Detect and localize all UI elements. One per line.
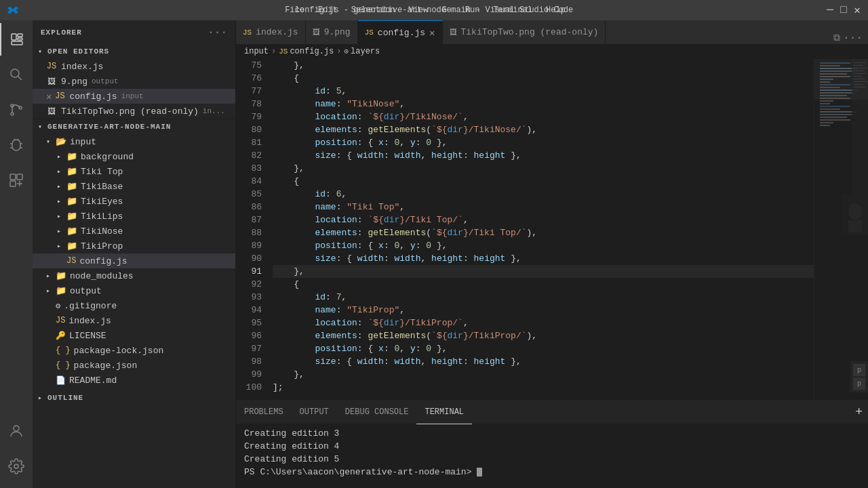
tree-folder-tikibase[interactable]: ▸ 📁 TikiBase [33, 179, 235, 194]
titlebar-left [7, 4, 19, 16]
file-close-icon[interactable]: ✕ [46, 91, 52, 102]
tree-folder-background[interactable]: ▸ 📁 background [33, 149, 235, 164]
file-no-arrow: ▸ [46, 331, 56, 340]
maximize-button[interactable]: □ [840, 6, 848, 14]
tree-file-index-js[interactable]: ▸ JS index.js [33, 313, 235, 328]
activity-bar-bottom [0, 415, 33, 488]
minimap [814, 59, 868, 400]
breadcrumb-config-js[interactable]: JSconfig.js [279, 47, 334, 56]
folder-arrow-input: ▾ [46, 138, 56, 146]
tree-label-config-js: config.js [79, 256, 127, 266]
tree-folder-tikilips[interactable]: ▸ 📁 TikiLips [33, 209, 235, 224]
tree-file-package-lock[interactable]: ▸ { } package-lock.json [33, 343, 235, 358]
project-header[interactable]: ▾ GENERATIVE-ART-NODE-MAIN [33, 119, 235, 134]
tree-file-readme[interactable]: ▸ 📄 README.md [33, 373, 235, 388]
titlebar-title: config.js - generative-art-node-main - V… [295, 5, 573, 15]
open-file-9-png[interactable]: 🖼 9.png output [33, 74, 235, 89]
folder-icon: 📁 [66, 181, 77, 192]
new-terminal-button[interactable]: + [855, 405, 863, 419]
svg-rect-47 [854, 81, 867, 82]
terminal-panel-icon-2[interactable]: p [853, 378, 865, 390]
panel-tab-debug-console[interactable]: DEBUG CONSOLE [337, 401, 417, 424]
tree-folder-tikinose[interactable]: ▸ 📁 TikiNose [33, 224, 235, 239]
tree-file-config-js[interactable]: ▸ JS config.js [33, 253, 235, 268]
activity-debug[interactable] [0, 129, 33, 161]
tree-label-gitignore: .gitignore [64, 301, 117, 311]
code-line-77: id: 5, [273, 85, 814, 98]
panel-tab-terminal[interactable]: TERMINAL [416, 401, 472, 424]
tree-folder-node-modules[interactable]: ▸ 📁 node_modules [33, 268, 235, 283]
tree-folder-input[interactable]: ▾ 📂 input [33, 134, 235, 149]
more-actions-icon[interactable]: ··· [843, 32, 863, 44]
js-file-icon: JS [66, 256, 76, 266]
tree-file-gitignore[interactable]: ▸ ⚙ .gitignore [33, 298, 235, 313]
tabs-bar: JS index.js 🖼 9.png JS config.js ✕ 🖼 Tik… [236, 20, 868, 44]
tree-label-tikiprop: TikiProp [81, 241, 123, 251]
tabs-actions: ⧉ ··· [828, 32, 868, 44]
panel-actions: + [850, 405, 868, 419]
tree-label-input: input [70, 137, 96, 147]
sidebar-more-button[interactable]: ··· [208, 26, 227, 39]
tab-config-js[interactable]: JS config.js ✕ [358, 20, 443, 44]
code-line-93: id: 7, [273, 291, 814, 304]
folder-arrow-tikinose: ▸ [57, 227, 66, 235]
folder-arrow-node-modules: ▸ [46, 272, 56, 280]
activity-search[interactable] [0, 58, 33, 91]
minimap-content [814, 59, 868, 400]
tree-folder-tiki-top[interactable]: ▸ 📁 Tiki Top [33, 164, 235, 179]
close-button[interactable]: ✕ [853, 6, 861, 14]
folder-icon: 📁 [66, 151, 77, 162]
minimize-button[interactable]: ─ [826, 6, 834, 14]
breadcrumb-layers[interactable]: ⊙layers [344, 47, 380, 56]
open-file-config-js[interactable]: ✕ JS config.js input [33, 89, 235, 104]
svg-point-13 [14, 464, 18, 468]
tree-folder-output[interactable]: ▸ 📁 output [33, 283, 235, 298]
tab-index-js[interactable]: JS index.js [236, 20, 306, 44]
open-file-index-js[interactable]: JS index.js [33, 59, 235, 74]
activity-source-control[interactable] [0, 94, 33, 126]
tree-label-tiki-top: Tiki Top [81, 167, 123, 177]
tree-folder-tikieyes[interactable]: ▸ 📁 TikiEyes [33, 194, 235, 209]
svg-rect-25 [820, 89, 857, 91]
tab-tikitoptwo[interactable]: 🖼 TikiTopTwo.png (read-only) [443, 20, 606, 44]
breadcrumb-input[interactable]: input [244, 47, 269, 56]
tree-label-tikinose: TikiNose [81, 226, 123, 237]
split-editor-icon[interactable]: ⧉ [833, 33, 840, 43]
file-no-arrow: ▸ [46, 302, 56, 310]
panel-tab-problems[interactable]: PROBLEMS [236, 401, 292, 424]
folder-arrow-background: ▸ [57, 152, 66, 161]
tab-9-png[interactable]: 🖼 9.png [306, 20, 358, 44]
activity-settings[interactable] [0, 450, 33, 483]
tab-png-icon: 🖼 [450, 28, 457, 37]
terminal-line-4: PS C:\Users\aacon\generative-art-node-ma… [244, 466, 860, 479]
input-badge: input [121, 92, 144, 100]
open-editors-header[interactable]: ▾ OPEN EDITORS [33, 44, 235, 59]
outline-header[interactable]: ▸ OUTLINE [33, 390, 235, 405]
code-line-82: size: { width: width, height: height }, [273, 149, 814, 162]
tree-file-package-json[interactable]: ▸ { } package.json [33, 358, 235, 373]
code-area[interactable]: }, { id: 5, name: "TikiNose", location: … [267, 59, 814, 400]
activity-explorer[interactable] [0, 23, 33, 56]
code-line-99: }, [273, 368, 814, 381]
terminal-line-2: Creating edition 4 [244, 440, 860, 453]
tree-file-license[interactable]: ▸ 🔑 LICENSE [33, 328, 235, 343]
git-file-icon: ⚙ [56, 301, 60, 311]
tree-folder-tikiprop[interactable]: ▸ 📁 TikiProp [33, 239, 235, 253]
tree-label-output: output [70, 286, 102, 296]
terminal-panel-icon-1[interactable]: p [853, 364, 865, 376]
svg-rect-9 [10, 174, 16, 180]
activity-extensions[interactable] [0, 164, 33, 197]
tree-label-background: background [81, 152, 134, 162]
tab-close-icon[interactable]: ✕ [429, 27, 435, 39]
open-file-tikitoptwo[interactable]: 🖼 TikiTopTwo.png (read-only) in... [33, 104, 235, 119]
svg-point-4 [11, 69, 19, 77]
tab-png-icon: 🖼 [313, 28, 320, 37]
js-file-icon: JS [56, 316, 65, 325]
svg-rect-16 [820, 65, 840, 66]
activity-account[interactable] [0, 415, 33, 447]
panel-tab-output[interactable]: OUTPUT [292, 401, 337, 424]
svg-rect-30 [820, 103, 830, 104]
terminal-content: Creating edition 3 Creating edition 4 Cr… [236, 424, 868, 488]
svg-rect-33 [820, 111, 857, 113]
tab-label: TikiTopTwo.png (read-only) [461, 27, 599, 37]
